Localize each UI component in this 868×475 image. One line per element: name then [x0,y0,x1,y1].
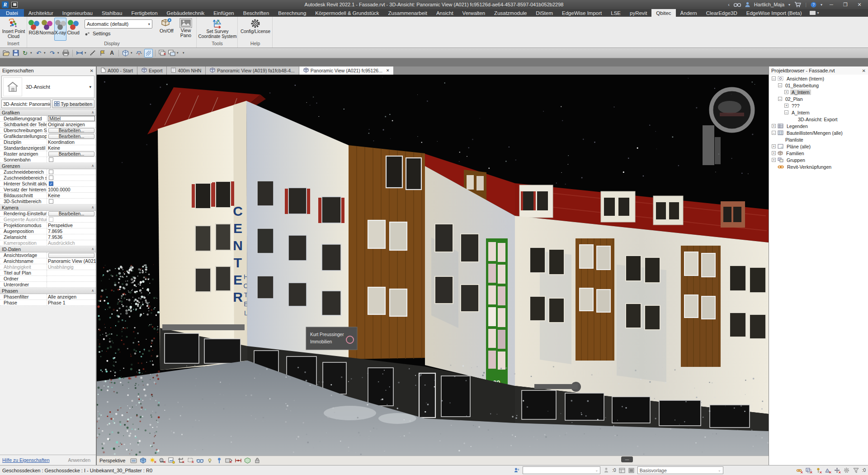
help-icon[interactable]: ? [811,2,816,8]
ribbon-tab-clearedge3d[interactable]: ClearEdge3D [702,9,742,17]
section-icon[interactable] [135,49,143,57]
property-value[interactable] [47,157,96,162]
reveal-constraints-icon[interactable] [234,457,242,465]
property-value[interactable] [47,282,96,287]
property-value[interactable]: Alle anzeigen [47,294,96,299]
select-underlay-toggle-icon[interactable]: ✕ [805,467,812,474]
property-value[interactable]: Ausdrücklich [47,240,96,246]
property-value[interactable]: Keine [47,145,96,151]
panel-label-help[interactable]: Help [238,41,272,47]
tree-toggle-minus[interactable]: – [772,76,776,81]
close-inactive-windows-icon[interactable]: ✕ [158,49,166,57]
reveal-hidden-elements-icon[interactable] [206,457,213,465]
property-value[interactable]: ✓ [47,181,96,186]
user-name[interactable]: Hartlich_Maja [754,2,784,7]
property-value[interactable] [47,270,96,276]
worksharing-display-icon[interactable] [244,457,251,465]
print-icon[interactable] [61,49,70,57]
property-value[interactable]: Unabhängig [47,264,96,270]
editable-only-icon[interactable] [603,467,610,474]
project-browser-close-icon[interactable]: ✕ [862,68,866,73]
worksets-icon[interactable] [513,467,520,474]
tree-item-a-intern[interactable]: –A_Intern [769,109,868,116]
filter-icon[interactable] [853,467,860,474]
open-icon[interactable] [2,49,10,57]
tree-item-01-bearbeitung[interactable]: –01_Bearbeitung [769,82,868,89]
property-checkbox[interactable] [49,157,53,162]
ribbon-tab-berechnung[interactable]: Berechnung [274,9,311,17]
ribbon-tab-fertigbeton[interactable]: Fertigbeton [127,9,162,17]
navigation-bar-collapsed[interactable]: — [621,456,633,462]
property-checkbox[interactable] [49,176,53,180]
property-value[interactable] [47,276,96,281]
ribbon-tab-einf-gen[interactable]: Einfügen [209,9,238,17]
property-value[interactable]: Keine [47,193,96,198]
property-value[interactable]: Phase 1 [47,300,96,305]
temporary-view-properties-icon[interactable] [215,457,223,465]
config-license-button[interactable]: Config/License [238,17,273,40]
tree-item-pl-ne-alle-[interactable]: +Pläne (alle) [769,143,868,150]
select-pinned-toggle-icon[interactable]: ✕ [815,467,822,474]
edit-type-button[interactable]: Typ bearbeiten [52,100,94,108]
view-pano-button[interactable]: View Pano [175,17,196,40]
ribbon-tab-architektur[interactable]: Architektur [24,9,58,17]
property-value[interactable]: Bearbeiten... [47,211,96,216]
insert-point-cloud-button[interactable]: Insert Point Cloud [0,17,27,40]
type-selector-caret[interactable]: ▾ [89,85,91,89]
property-section-header[interactable]: Grenzen∧ [0,163,96,169]
tag-icon[interactable] [98,49,107,57]
property-section-header[interactable]: ID-Daten∧ [0,246,96,252]
properties-close-icon[interactable]: ✕ [90,68,94,73]
detail-level-icon[interactable] [130,457,137,465]
undo-caret[interactable]: ▾ [44,51,47,55]
switch-windows-caret[interactable]: ▾ [177,51,180,55]
undo-icon[interactable]: ↶ [34,49,43,57]
ribbon-tab-ingenieurbau[interactable]: Ingenieurbau [58,9,97,17]
displacement-icon[interactable]: ✕ [225,457,232,465]
ribbon-tab-geb-udetechnik[interactable]: Gebäudetechnik [162,9,209,17]
property-checkbox[interactable] [49,217,53,222]
property-value[interactable] [47,252,96,258]
view-tab-400m-nhn[interactable]: 400m NHN [167,66,206,75]
app-store-cart-icon[interactable] [794,2,801,7]
property-value[interactable]: Bearbeiten... [47,133,96,139]
ribbon-tab--ndern[interactable]: Ändern [676,9,702,17]
dimension-caret[interactable]: ▾ [85,51,88,55]
ribbon-tab-lse[interactable]: LSE [606,9,625,17]
ribbon-tab-zusammenarbeit[interactable]: Zusammenarbeit [384,9,432,17]
ribbon-tab-datei[interactable]: Datei [0,9,24,17]
property-edit-button[interactable]: Bearbeiten... [48,152,94,157]
minimize-button[interactable]: ─ [826,2,836,7]
property-edit-button[interactable]: Bearbeiten... [48,134,94,139]
tree-item-revit-verkn-pfungen[interactable]: Revit-Verknüpfungen [769,163,868,170]
property-value[interactable]: Panoramic View (A021... [47,258,96,264]
scale-label[interactable]: Perspektive [99,458,125,463]
tree-item-ansichten-intern-[interactable]: –Ansichten (Intern) [769,75,868,82]
shadows-off-icon[interactable]: ✕ [158,457,166,465]
point-cloud-onoff-button[interactable]: On/Off [158,17,175,40]
tree-item--[interactable]: +??? [769,102,868,109]
design-options-icon[interactable] [618,467,626,474]
tree-toggle-plus[interactable]: + [772,151,776,155]
selection-settings-gear-icon[interactable] [843,467,850,474]
close-button[interactable]: ✕ [854,2,864,8]
collapse-search-chevron[interactable]: ‹ [728,2,730,7]
property-edit-button[interactable]: Bearbeiten... [48,211,94,216]
panel-label-tools[interactable]: Tools [197,41,237,47]
tree-toggle-plus[interactable]: + [772,144,776,148]
property-value[interactable]: Koordination [47,139,96,145]
sync-caret[interactable]: ▾ [30,51,33,55]
property-value[interactable]: Bearbeiten... [47,151,96,157]
view-tab-export[interactable]: Export [137,66,167,75]
design-options-combobox[interactable]: Basisvorlage⌄ [637,466,723,474]
type-selector[interactable]: 3D-Ansicht ▾ [1,76,94,98]
property-section-header[interactable]: Kamera∧ [0,204,96,211]
view3d-caret[interactable]: ▾ [131,51,134,55]
ribbon-tab-distem[interactable]: DiStem [531,9,557,17]
property-section-header[interactable]: Grafiken∧ [0,109,96,116]
save-icon[interactable] [11,49,20,57]
ribbon-tab-pyrevit[interactable]: pyRevit [625,9,651,17]
tree-toggle-plus[interactable]: + [772,158,776,162]
display-style-dropdown[interactable]: Automatic (default)▾ [85,19,152,28]
measure-icon[interactable] [89,49,97,57]
